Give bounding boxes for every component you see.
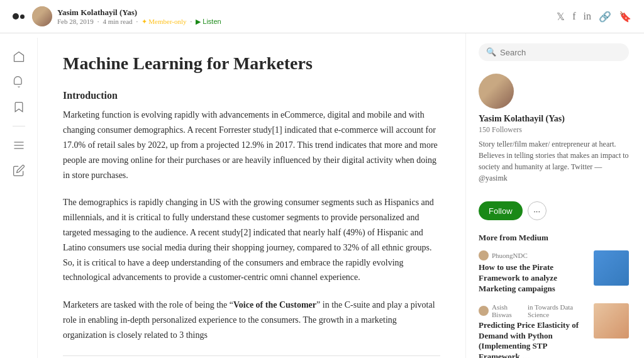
logo-dot-small <box>20 14 25 19</box>
left-sidebar <box>0 38 38 358</box>
options-icon: ··· <box>533 206 540 216</box>
rec-author-line-2: Asish Biswas in Towards Data Science <box>479 303 587 318</box>
rec-avatar-2 <box>479 306 489 316</box>
sidebar-divider <box>13 126 25 126</box>
rec-author-name-2: Asish Biswas <box>492 303 525 318</box>
rec-info-2: Asish Biswas in Towards Data Science Pre… <box>479 303 587 358</box>
options-button[interactable]: ··· <box>528 201 547 220</box>
follow-button[interactable]: Follow <box>479 201 523 220</box>
article-para-2: The demographics is rapidly changing in … <box>63 195 440 285</box>
rec-item-1[interactable]: PhuongNDC How to use the Pirate Framewor… <box>479 250 629 294</box>
rec-thumbnail-2 <box>594 303 629 338</box>
author-subline: Feb 28, 2019 · 4 min read · ✦ Member-onl… <box>57 18 221 26</box>
top-header: Yasim Kolathayil (Yas) Feb 28, 2019 · 4 … <box>0 0 644 33</box>
sidebar-bell-icon[interactable] <box>13 76 25 88</box>
sidebar-list-icon[interactable] <box>13 139 25 152</box>
search-input[interactable] <box>500 48 621 57</box>
sidebar-edit-icon[interactable] <box>13 164 25 177</box>
sidebar-home-icon[interactable] <box>13 50 25 63</box>
rec-avatar-1 <box>479 250 489 260</box>
play-icon: ▶ <box>196 18 201 26</box>
link-icon[interactable]: 🔗 <box>599 11 611 23</box>
right-author-bio: Story teller/film maker/ entrepreneur at… <box>479 138 629 184</box>
rec-thumbnail-1 <box>594 250 629 286</box>
right-author-followers: 150 Followers <box>479 125 522 135</box>
read-time: 4 min read <box>103 18 133 25</box>
avatar-image <box>32 6 52 26</box>
listen-button[interactable]: ▶ Listen <box>196 18 221 26</box>
logo-dot-large <box>13 13 19 20</box>
twitter-icon[interactable]: 𝕏 <box>557 11 565 23</box>
facebook-icon[interactable]: f <box>572 11 575 22</box>
member-badge: ✦ Member-only <box>142 18 186 26</box>
author-meta: Yasim Kolathayil (Yas) Feb 28, 2019 · 4 … <box>57 8 221 26</box>
more-from-label: More from Medium <box>479 233 629 243</box>
recommended-list: PhuongNDC How to use the Pirate Framewor… <box>479 250 629 358</box>
header-actions: 𝕏 f in 🔗 🔖 <box>557 11 631 23</box>
author-name[interactable]: Yasim Kolathayil (Yas) <box>57 8 221 18</box>
listen-label: Listen <box>203 18 221 25</box>
main-content: Machine Learning for Marketers Introduct… <box>38 33 465 358</box>
page-layout: Machine Learning for Marketers Introduct… <box>0 33 644 358</box>
member-label: Member-only <box>148 18 186 25</box>
rec-title-2: Predicting Price Elasticity of Demand wi… <box>479 320 587 358</box>
action-buttons: Follow ··· <box>479 201 629 220</box>
rec-pub-2: in Towards Data Science <box>528 303 587 318</box>
linkedin-icon[interactable]: in <box>584 11 591 22</box>
rec-title-1: How to use the Pirate Framework to analy… <box>479 262 587 294</box>
article-title: Machine Learning for Marketers <box>63 52 440 75</box>
dot-sep1: · <box>97 18 99 25</box>
star-icon: ✦ <box>142 18 147 26</box>
search-icon: 🔍 <box>486 47 496 57</box>
search-box[interactable]: 🔍 <box>479 43 629 61</box>
header-author: Yasim Kolathayil (Yas) Feb 28, 2019 · 4 … <box>32 6 221 26</box>
intro-heading: Introduction <box>63 90 440 101</box>
header-left: Yasim Kolathayil (Yas) Feb 28, 2019 · 4 … <box>13 6 221 26</box>
medium-logo[interactable] <box>13 13 25 20</box>
sidebar-bookmark-icon[interactable] <box>13 101 25 113</box>
dot-sep3: · <box>191 18 192 25</box>
article-date: Feb 28, 2019 <box>57 18 94 25</box>
right-author-avatar[interactable] <box>479 74 514 109</box>
bookmark-header-icon[interactable]: 🔖 <box>619 11 631 23</box>
author-avatar[interactable] <box>32 6 52 26</box>
article-para-3: Marketers are tasked with the role of be… <box>63 298 440 342</box>
article-footer: 👏 150 💬 3 <box>63 355 440 358</box>
rec-item-2[interactable]: Asish Biswas in Towards Data Science Pre… <box>479 303 629 358</box>
right-sidebar: 🔍 Yasim Kolathayil (Yas) 150 Followers S… <box>465 33 641 358</box>
right-author-section: Yasim Kolathayil (Yas) 150 Followers Sto… <box>479 74 629 191</box>
rec-author-name-1: PhuongNDC <box>492 252 528 259</box>
rec-info-1: PhuongNDC How to use the Pirate Framewor… <box>479 250 587 294</box>
dot-sep2: · <box>136 18 138 25</box>
para3-prefix: Marketers are tasked with the role of be… <box>63 300 233 310</box>
right-author-name: Yasim Kolathayil (Yas) <box>479 114 565 124</box>
rec-author-line-1: PhuongNDC <box>479 250 587 260</box>
para3-bold: Voice of the Customer <box>233 300 316 310</box>
article-para-1: Marketing function is evolving rapidly w… <box>63 108 440 182</box>
